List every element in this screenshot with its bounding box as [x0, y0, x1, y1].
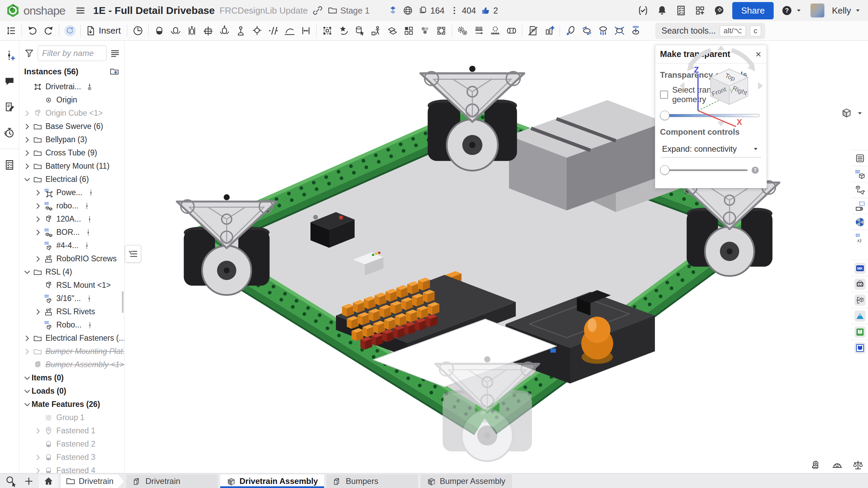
user-menu[interactable]: Kelly	[832, 5, 862, 16]
tree-item-row[interactable]: robo...	[19, 199, 124, 212]
belt-relation-button[interactable]	[503, 23, 520, 39]
tree-scrollbar[interactable]	[122, 291, 124, 313]
appearance-spheres-button[interactable]	[417, 23, 433, 39]
rr-mk-button[interactable]: MK	[852, 260, 868, 276]
search-graphics-button[interactable]	[3, 474, 19, 488]
search-tools[interactable]: Search tools... alt/⌥ c	[655, 23, 765, 39]
view-settings-button[interactable]	[841, 108, 864, 119]
sim-spin-button[interactable]	[579, 23, 595, 39]
mate-connector-dots-icon[interactable]	[83, 241, 91, 250]
tree-item-row[interactable]: RSL Rivets	[19, 305, 124, 318]
rack-relation-button[interactable]	[487, 23, 503, 39]
transparency-slider-thumb[interactable]	[660, 111, 669, 120]
mate-parallel-button[interactable]	[265, 23, 281, 39]
mate-connector-dots-icon[interactable]	[86, 320, 94, 330]
chevron-right-icon[interactable]	[23, 162, 32, 170]
history-icon[interactable]	[4, 127, 15, 138]
chevron-right-icon[interactable]	[34, 215, 42, 223]
expand-mode-dropdown[interactable]: Expand: connectivity	[661, 142, 761, 157]
comment-icon[interactable]	[4, 75, 15, 87]
rr-export-button[interactable]	[852, 292, 868, 308]
tasks-icon[interactable]	[675, 5, 687, 16]
insert-bom-button[interactable]	[541, 23, 557, 39]
tree-item-row[interactable]: BOR...	[19, 226, 124, 239]
tree-item-row[interactable]: Base Swerve (6)	[19, 120, 124, 133]
tree-item-row[interactable]: Group 1	[19, 411, 124, 424]
insert-doc-button[interactable]: Insert	[83, 23, 125, 39]
sim-rotate-button[interactable]	[562, 23, 579, 39]
mate-fastened-button[interactable]	[151, 23, 167, 39]
undo-button[interactable]	[24, 23, 40, 39]
ai-assistant-icon[interactable]	[713, 5, 725, 16]
tree-item-row[interactable]: RSL Mount <1>	[19, 279, 124, 292]
tree-item-row[interactable]: 120A...	[19, 212, 124, 226]
tab-drivetrain[interactable]: Drivetrain	[126, 474, 218, 488]
onshape-logo[interactable]: onshape	[5, 3, 65, 18]
references-stat[interactable]: 404	[449, 5, 476, 16]
rr-derived-button[interactable]	[852, 182, 868, 198]
mate-tangent-button[interactable]	[281, 23, 298, 39]
rr-book-blue-button[interactable]	[852, 340, 868, 356]
share-button[interactable]: Share	[732, 2, 773, 19]
tab-drivetrain-assembly[interactable]: Drivetrain Assembly	[220, 474, 324, 488]
folder-breadcrumb-tab[interactable]: Drivetrain	[61, 474, 124, 488]
mate-distance-button[interactable]	[298, 23, 314, 39]
tree-options-icon[interactable]	[110, 48, 120, 58]
tree-item-row[interactable]: Bumper Assembly <1>	[19, 358, 124, 371]
mate-cylindrical-button[interactable]	[216, 23, 232, 39]
tree-item-row[interactable]: Electrical (6)	[19, 173, 124, 186]
3d-viewport[interactable]: Make transparent Transparency controls S…	[125, 41, 868, 473]
protractor-icon[interactable]	[832, 460, 843, 470]
chevron-right-icon[interactable]	[23, 348, 32, 356]
chevron-right-icon[interactable]	[34, 189, 42, 197]
tree-item-row[interactable]: RSL (4)	[19, 265, 124, 279]
enclosure-button[interactable]	[433, 23, 449, 39]
transform-copy-button[interactable]	[384, 23, 400, 39]
chevron-right-icon[interactable]	[23, 109, 32, 117]
chevron-down-icon[interactable]	[23, 400, 32, 409]
tree-section-row[interactable]: Loads (0)	[19, 384, 124, 398]
notifications-bell-icon[interactable]	[656, 5, 668, 16]
rr-fs-button[interactable]: x)	[852, 230, 868, 246]
mate-connector-add-icon[interactable]	[4, 50, 15, 61]
document-title[interactable]: 1E - Full Detail Drivebase	[93, 5, 214, 16]
select-transparent-checkbox[interactable]	[660, 91, 668, 99]
tree-item-row[interactable]: Cross Tube (9)	[19, 146, 124, 159]
scale-icon[interactable]	[853, 460, 863, 470]
mate-revolute-button[interactable]	[167, 23, 184, 39]
fix-pin-icon[interactable]	[86, 82, 93, 92]
workspace-indicator[interactable]: Stage 1	[327, 5, 370, 16]
chevron-right-icon[interactable]	[34, 228, 42, 237]
section-view-button[interactable]	[130, 23, 146, 39]
feature-script-check-icon[interactable]	[637, 5, 649, 16]
help-icon[interactable]: ?	[781, 5, 793, 16]
chevron-right-icon[interactable]	[23, 123, 32, 131]
rr-triangle-button[interactable]	[852, 308, 868, 324]
redo-button[interactable]	[40, 23, 57, 39]
rr-appearance-button[interactable]	[852, 214, 868, 230]
chevron-right-icon[interactable]	[34, 453, 42, 462]
tree-section-row[interactable]: Items (0)	[19, 371, 124, 384]
rr-robot-button[interactable]	[852, 276, 868, 292]
view-cube[interactable]: Top Front Right Z X Y	[678, 44, 764, 127]
tree-item-row[interactable]: Fastened 3	[19, 451, 124, 464]
tree-item-row[interactable]: Fastened 4	[19, 464, 124, 473]
tree-item-row[interactable]: #4-4...	[19, 239, 124, 252]
tree-collapse-toggle[interactable]	[125, 245, 141, 263]
chevron-down-icon[interactable]	[23, 374, 32, 382]
copies-stat[interactable]: 164	[418, 5, 445, 16]
tab-bumper-assembly[interactable]: Bumper Assembly	[420, 474, 512, 488]
rr-config-button[interactable]	[852, 166, 868, 182]
home-tab-button[interactable]	[39, 474, 58, 488]
component-slider[interactable]: ?	[661, 165, 760, 175]
mate-connector-dots-icon[interactable]	[86, 294, 93, 303]
sim-squeeze-button[interactable]	[611, 23, 627, 39]
component-slider-track[interactable]	[661, 169, 748, 171]
slider-help-icon[interactable]: ?	[751, 166, 760, 175]
mate-connector-tool-button[interactable]	[335, 23, 352, 39]
chevron-down-icon[interactable]	[23, 175, 32, 184]
mate-planar-button[interactable]	[200, 23, 216, 39]
public-globe-icon[interactable]	[403, 5, 413, 16]
main-menu-icon[interactable]	[75, 5, 86, 16]
tree-item-row[interactable]: Battery Mount (11)	[19, 159, 124, 173]
